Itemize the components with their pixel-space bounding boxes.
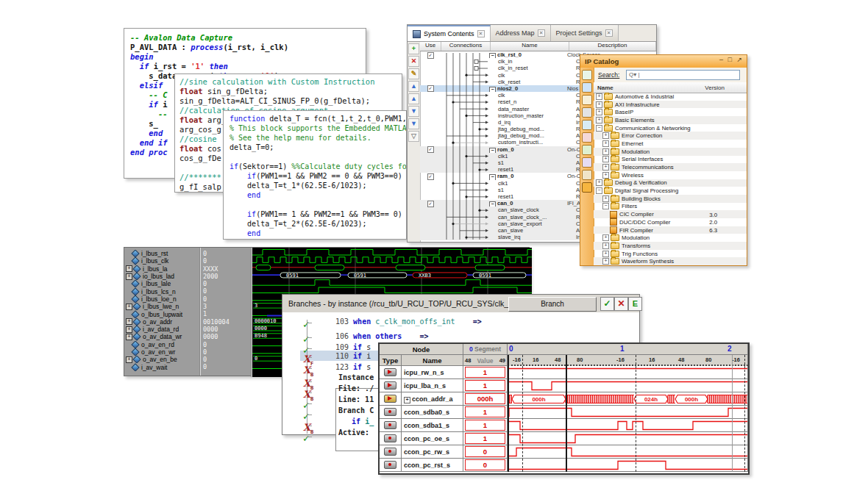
tree-item[interactable]: +Waveform Synthesis — [594, 257, 747, 265]
close-icon[interactable]: ✕ — [538, 29, 545, 37]
move-bottom-icon[interactable]: ▼ — [408, 118, 419, 129]
col-name[interactable]: Name — [491, 42, 569, 51]
tree-item[interactable]: +Ethernet — [594, 140, 747, 148]
tree-item[interactable]: +Trig Functions — [594, 250, 747, 258]
tree-item[interactable]: +Transforms — [594, 242, 747, 250]
expander-icon[interactable]: + — [596, 109, 602, 115]
coverage-code-line[interactable]: 110 if i — [335, 352, 371, 360]
wave-cell[interactable] — [508, 419, 748, 432]
move-down-icon[interactable]: ▼ — [408, 106, 419, 117]
node-name-cell[interactable]: ccon_pc_oe_s — [402, 432, 463, 445]
tree-item[interactable]: DUC/DDC Compiler — [594, 218, 747, 226]
edit-icon[interactable]: ✎ — [408, 68, 419, 79]
use-checkbox[interactable]: ✓ — [427, 52, 434, 59]
tab-address-map[interactable]: Address Map ✕ — [491, 25, 551, 41]
expander-icon[interactable]: + — [602, 251, 609, 257]
wave-cell[interactable] — [508, 459, 748, 472]
signal-name-panel[interactable]: i_lbus_rsti_lbus_clk+i_lbus_la+io_lbus_l… — [124, 248, 199, 376]
expand-icon[interactable]: + — [404, 397, 410, 403]
coverage-code-line[interactable]: 123 if s — [335, 363, 371, 371]
fail-filter-button[interactable]: ✕ — [614, 297, 628, 311]
expander-icon[interactable]: + — [596, 93, 602, 100]
signal-row[interactable]: +i_lbus_lwe_n — [124, 303, 199, 310]
float-icon[interactable]: ↗ — [736, 56, 744, 63]
expander-icon[interactable]: − — [596, 125, 602, 132]
tree-item[interactable]: +Modulation — [594, 234, 747, 242]
signal-row[interactable]: i_lbus_clk — [124, 257, 199, 265]
coverage-code-line[interactable]: 109 if s — [335, 343, 371, 351]
branch-button[interactable]: Branch — [508, 297, 597, 312]
signal-row[interactable]: i_lbus_lcs_n — [124, 287, 199, 295]
signal-row[interactable]: o_av_en_rd — [124, 341, 199, 348]
wave-cell[interactable] — [508, 432, 748, 445]
tree-item[interactable]: +Debug & Verification — [594, 179, 747, 187]
tree-item[interactable]: +BaseIP — [594, 108, 747, 116]
minimize-icon[interactable]: – — [719, 56, 725, 63]
tree-item[interactable]: +Telecommunications — [594, 163, 747, 171]
tree-item[interactable]: +Serial Interfaces — [594, 156, 747, 164]
signal-row[interactable]: o_lbus_lupwait — [124, 310, 199, 317]
wave-cell[interactable] — [508, 445, 748, 459]
collapse-icon[interactable]: − — [489, 148, 496, 153]
expand-icon[interactable]: + — [126, 273, 132, 280]
tree-item[interactable]: −Communication & Networking — [594, 124, 747, 132]
wave-cell[interactable] — [508, 379, 748, 392]
tree-item[interactable]: +Building Blocks — [594, 195, 747, 203]
tree-item[interactable]: +Error Correction — [594, 132, 747, 140]
node-name-cell[interactable]: +ccon_addr_a — [402, 392, 463, 406]
collapse-icon[interactable]: − — [489, 174, 496, 179]
catalog-tool-icon[interactable] — [582, 170, 592, 180]
tab-project-settings[interactable]: Project Settings ✕ — [551, 25, 619, 41]
catalog-tool-icon[interactable] — [582, 70, 592, 80]
expand-icon[interactable]: + — [126, 326, 132, 333]
expander-icon[interactable]: + — [602, 148, 609, 155]
node-name-cell[interactable]: icpu_rw_n_s — [402, 366, 463, 379]
expander-icon[interactable]: + — [602, 258, 609, 265]
use-checkbox[interactable]: ✓ — [427, 85, 434, 92]
search-input[interactable]: Q▾ | — [626, 70, 740, 80]
expander-icon[interactable]: − — [596, 187, 602, 194]
tree-item[interactable]: −Digital Signal Processing — [594, 187, 747, 195]
expander-icon[interactable]: + — [602, 195, 609, 202]
node-name-cell[interactable]: ccon_sdba1_s — [402, 419, 463, 432]
wave-cell[interactable]: 000h024h000h — [508, 392, 748, 406]
tree-item[interactable]: FIR Compiler — [594, 226, 747, 234]
expander-icon[interactable]: + — [602, 234, 609, 241]
expand-icon[interactable]: + — [126, 334, 132, 340]
expander-icon[interactable]: + — [602, 140, 609, 147]
expander-icon[interactable]: + — [602, 172, 609, 179]
signal-row[interactable]: i_lbus_loe_n — [124, 295, 199, 303]
catalog-tool-icon[interactable] — [582, 157, 592, 168]
tree-item[interactable]: CIC Compiler — [594, 210, 747, 218]
catalog-tool-icon[interactable] — [582, 107, 592, 118]
expander-icon[interactable]: + — [602, 164, 609, 171]
wave-cell[interactable] — [508, 406, 748, 419]
signal-row[interactable]: o_av_en_wr — [124, 348, 199, 356]
expander-icon[interactable]: + — [602, 132, 609, 139]
collapse-icon[interactable]: − — [489, 201, 496, 207]
pass-filter-button[interactable]: ✓ — [600, 297, 614, 311]
catalog-tool-icon[interactable] — [582, 132, 592, 143]
signal-row[interactable]: +o_av_en_be — [124, 356, 199, 363]
collapse-icon[interactable]: − — [489, 53, 496, 58]
signal-row[interactable]: +o_av_data_wr — [124, 333, 199, 340]
filter-icon[interactable]: ▽ — [408, 131, 419, 142]
signal-row[interactable]: +o_av_addr — [124, 318, 199, 326]
catalog-tool-icon[interactable] — [582, 145, 592, 155]
close-icon[interactable]: ✕ — [477, 30, 485, 37]
use-checkbox[interactable]: ✓ — [427, 146, 434, 153]
coverage-code-line[interactable]: 106 when others => — [335, 332, 428, 340]
node-name-cell[interactable]: icpu_lba_n_s — [402, 379, 463, 392]
signal-row[interactable]: +io_lbus_lad — [124, 273, 199, 280]
expand-icon[interactable]: + — [126, 265, 132, 272]
catalog-tool-icon[interactable] — [582, 82, 592, 93]
expander-icon[interactable]: + — [596, 117, 602, 123]
expand-icon[interactable]: + — [126, 356, 132, 363]
exclude-filter-button[interactable]: E — [628, 297, 642, 311]
col-name[interactable]: Name — [597, 85, 613, 91]
node-name-cell[interactable]: ccon_sdba0_s — [402, 406, 463, 419]
signal-row[interactable]: i_lbus_lale — [124, 280, 199, 287]
expander-icon[interactable]: + — [602, 156, 609, 162]
col-description[interactable]: Description — [569, 42, 656, 51]
expander-icon[interactable]: + — [596, 179, 602, 186]
